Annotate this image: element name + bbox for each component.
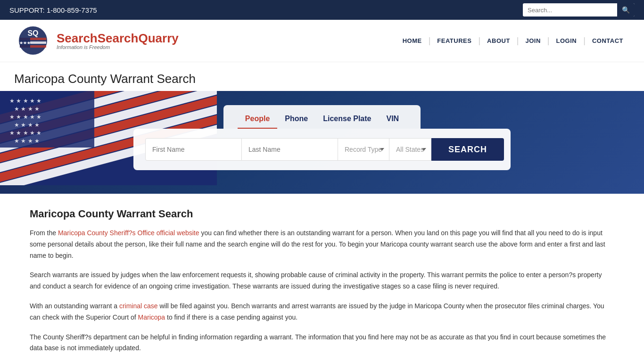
link-criminal-case[interactable]: criminal case [119, 302, 158, 310]
logo-brand: SearchSearchQuarry [57, 32, 179, 44]
content-paragraph-4: The County Sheriff?s department can be h… [30, 332, 614, 354]
link-sheriff-website[interactable]: Maricopa County Sheriff?s Office officia… [58, 229, 199, 237]
support-info: SUPPORT: 1-800-859-7375 [9, 6, 97, 14]
last-name-input[interactable] [242, 138, 338, 161]
svg-text:★ ★ ★ ★: ★ ★ ★ ★ [14, 122, 40, 128]
hero-section: ★ ★ ★ ★ ★ ★ ★ ★ ★ ★ ★ ★ ★ ★ ★ ★ ★ ★ ★ ★ … [0, 91, 644, 194]
tab-people[interactable]: People [238, 112, 277, 129]
logo-tagline: Information is Freedom [57, 44, 179, 50]
logo-area: SQ ★★★ SearchSearchQuarry Information is… [14, 25, 179, 56]
link-maricopa[interactable]: Maricopa [138, 313, 165, 321]
svg-rect-17 [0, 91, 94, 148]
search-tabs: People Phone License Plate VIN [223, 105, 421, 129]
svg-text:SQ: SQ [27, 29, 38, 37]
tab-vin[interactable]: VIN [379, 112, 406, 129]
top-search-form: 🔍 [523, 3, 635, 16]
content-heading: Maricopa County Warrant Search [30, 208, 614, 220]
search-container: People Phone License Plate VIN Record Ty… [133, 105, 511, 170]
top-search-input[interactable] [523, 5, 617, 16]
record-type-select[interactable]: Record Type Warrant Criminal Background [338, 138, 389, 161]
svg-text:★ ★ ★ ★: ★ ★ ★ ★ [14, 138, 40, 144]
svg-text:★ ★ ★ ★ ★: ★ ★ ★ ★ ★ [9, 130, 41, 136]
content-paragraph-1: From the Maricopa County Sheriff?s Offic… [30, 228, 614, 261]
support-phone: 1-800-859-7375 [47, 6, 97, 14]
main-nav: HOME | FEATURES | ABOUT | JOIN | LOGIN |… [396, 36, 630, 46]
top-bar: SUPPORT: 1-800-859-7375 🔍 [0, 0, 644, 20]
top-search-button[interactable]: 🔍 [617, 3, 635, 16]
search-button[interactable]: SEARCH [431, 138, 504, 161]
nav-login[interactable]: LOGIN [550, 37, 584, 44]
all-states-select[interactable]: All States Alabama Alaska Arizona Califo… [389, 138, 431, 161]
nav-features[interactable]: FEATURES [430, 37, 478, 44]
main-content: Maricopa County Warrant Search From the … [16, 194, 628, 362]
logo-text: SearchSearchQuarry Information is Freedo… [57, 32, 179, 50]
logo-icon: SQ ★★★ [14, 25, 52, 56]
header: SQ ★★★ SearchSearchQuarry Information is… [0, 20, 644, 62]
content-paragraph-3: With an outstanding warrant a criminal c… [30, 301, 614, 323]
first-name-input[interactable] [145, 138, 242, 161]
nav-home[interactable]: HOME [396, 37, 429, 44]
page-title-area: Maricopa County Warrant Search [0, 62, 644, 91]
svg-text:★★★: ★★★ [19, 41, 31, 45]
nav-about[interactable]: ABOUT [480, 37, 517, 44]
nav-join[interactable]: JOIN [519, 37, 547, 44]
content-paragraph-2: Search warrants are issued by judges whe… [30, 270, 614, 292]
svg-text:★ ★ ★ ★: ★ ★ ★ ★ [14, 106, 40, 112]
svg-text:★ ★ ★ ★ ★: ★ ★ ★ ★ ★ [9, 114, 41, 120]
nav-contact[interactable]: CONTACT [586, 37, 630, 44]
search-bar: Record Type Warrant Criminal Background … [133, 129, 511, 170]
support-label: SUPPORT: [9, 6, 45, 14]
tab-license-plate[interactable]: License Plate [315, 112, 379, 129]
svg-text:★ ★ ★ ★ ★: ★ ★ ★ ★ ★ [9, 98, 41, 104]
page-title: Maricopa County Warrant Search [14, 72, 630, 86]
tab-phone[interactable]: Phone [277, 112, 315, 129]
